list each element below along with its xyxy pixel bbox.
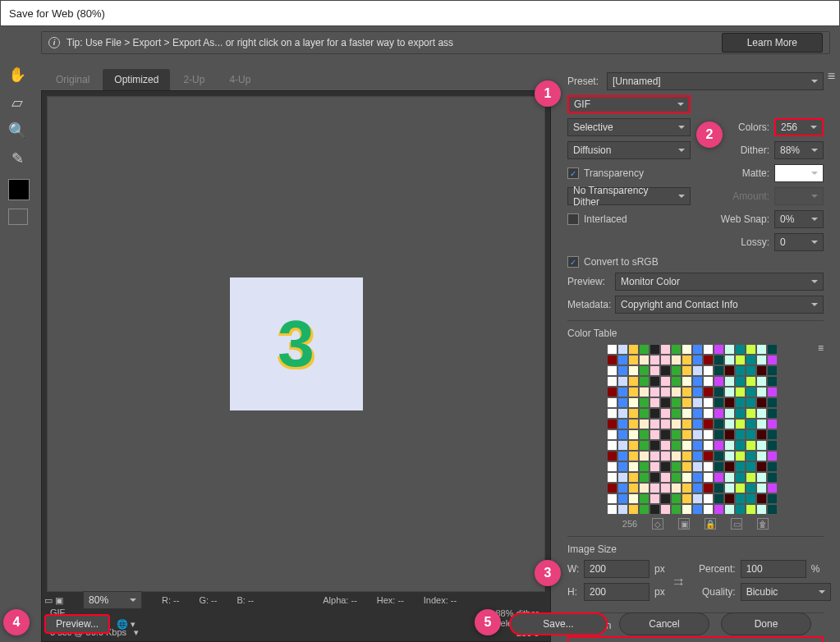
save-button[interactable]: Save... [509,612,608,635]
hand-tool-icon[interactable]: ✋ [3,62,31,87]
colors-field[interactable]: 256 [774,118,824,136]
quality-label: Quality: [691,586,736,598]
zoom-tool-icon[interactable]: 🔍 [3,118,31,143]
color-table-section: Color Table ≡ [567,320,824,341]
preview-profile-label: Preview: [567,276,615,287]
learn-more-button[interactable]: Learn More [722,33,823,53]
colors-label: Colors: [722,122,769,133]
dither-method-dropdown[interactable]: Diffusion [567,141,691,159]
tip-text: Tip: Use File > Export > Export As... or… [67,37,453,48]
app: i Tip: Use File > Export > Export As... … [0,26,840,642]
amount-label: Amount: [722,190,769,202]
info-icon: i [48,37,60,48]
lossy-label: Lossy: [722,236,769,248]
slice-icon[interactable]: ▭ ▣ [44,595,63,606]
w-px: px [654,563,665,575]
format-dropdown[interactable]: GIF [567,95,691,113]
marker-5: 5 [475,609,501,635]
tab-4up[interactable]: 4-Up [218,69,262,90]
tab-2up[interactable]: 2-Up [172,69,216,90]
metadata-label: Metadata: [567,299,615,310]
hex-readout: Hex: -- [377,595,404,605]
marker-4: 4 [3,609,30,635]
link-wh-icon[interactable]: ⮆ [673,560,683,606]
ct-icon-3[interactable]: 🔒 [705,518,716,530]
transparency-checkbox[interactable]: ✓Transparency [567,167,644,179]
dither-field[interactable]: 88% [774,141,824,159]
g-readout: G: -- [199,595,217,605]
quality-dropdown[interactable]: Bicubic [741,583,831,601]
cancel-button[interactable]: Cancel [619,612,709,635]
bottom-buttons: Save... Cancel Done [509,612,825,635]
preview-profile-dropdown[interactable]: Monitor Color [615,273,824,291]
canvas-wrap: 3 GIF 14.21K 3 sec @ 56.6 Kbps ▾ 88% dit… [41,90,551,642]
settings-panel: Preset: [Unnamed] GIF Selective Colors: … [551,62,840,609]
marker-2: 2 [696,122,723,148]
percent-label: Percent: [691,563,736,575]
done-button[interactable]: Done [721,612,811,635]
percent-field[interactable]: 100 [741,560,806,578]
ct-new-icon[interactable]: ▭ [731,518,742,530]
marker-1: 1 [535,80,561,107]
ct-icon-1[interactable]: ◇ [652,518,663,530]
matte-label: Matte: [722,167,769,179]
window-title: Save for Web (80%) [9,7,105,20]
foreground-color-swatch[interactable] [8,179,30,200]
marker-3: 3 [535,560,561,586]
browser-preview-icon[interactable]: 🌐 ▾ [117,619,135,630]
color-reduction-dropdown[interactable]: Selective [567,118,691,136]
preview-area: Original Optimized 2-Up 4-Up 3 GIF 14.21… [41,66,551,642]
height-field[interactable]: 200 [584,583,650,601]
trans-dither-dropdown[interactable]: No Transparency Dither [567,187,691,205]
amount-field [774,187,824,205]
preset-dropdown[interactable]: [Unnamed] [607,72,824,90]
h-label: H: [567,586,584,598]
zoom-dropdown[interactable]: 80% [83,591,142,609]
color-table-count: 256 [622,519,637,529]
r-readout: R: -- [162,595,179,605]
eyedropper-tool-icon[interactable]: ✎ [3,146,31,171]
preview-tabs: Original Optimized 2-Up 4-Up [41,66,551,90]
matte-dropdown[interactable] [774,164,824,182]
color-table-label: Color Table [567,326,824,341]
w-label: W: [567,563,584,575]
h-px: px [654,586,665,598]
dither-label: Dither: [722,144,769,156]
websnap-label: Web Snap: [710,213,769,225]
canvas[interactable]: 3 [47,96,545,592]
color-table-menu-icon[interactable]: ≡ [818,341,824,355]
preview-button[interactable]: Preview... [44,614,110,634]
ct-trash-icon[interactable]: 🗑 [757,518,769,530]
interlaced-checkbox[interactable]: Interlaced [567,213,627,225]
art-content: 3 [230,277,363,410]
color-table[interactable] [607,344,778,515]
tool-column: ✋ ▱ 🔍 ✎ [0,59,34,642]
tab-original[interactable]: Original [44,69,101,90]
b-readout: B: -- [236,595,254,605]
websnap-field[interactable]: 0% [774,210,824,228]
metadata-dropdown[interactable]: Copyright and Contact Info [615,296,824,314]
width-field[interactable]: 200 [584,560,650,578]
toggle-slices-icon[interactable] [8,209,28,225]
preset-label: Preset: [567,76,607,87]
alpha-readout: Alpha: -- [323,595,357,605]
image-size-label: Image Size [567,542,824,557]
ct-icon-2[interactable]: ▣ [678,518,690,530]
tab-optimized[interactable]: Optimized [103,69,170,90]
titlebar: Save for Web (80%) [0,0,840,26]
slice-select-tool-icon[interactable]: ▱ [3,90,31,115]
color-table-toolbar: 256 ◇ ▣ 🔒 ▭ 🗑 [567,518,824,530]
footer: ▭ ▣ 80% R: -- G: -- B: -- Alpha: -- Hex:… [41,591,551,637]
index-readout: Index: -- [424,595,457,605]
tip-bar: i Tip: Use File > Export > Export As... … [41,31,830,54]
lossy-field[interactable]: 0 [774,233,824,251]
convert-srgb-checkbox[interactable]: ✓Convert to sRGB [567,256,659,268]
